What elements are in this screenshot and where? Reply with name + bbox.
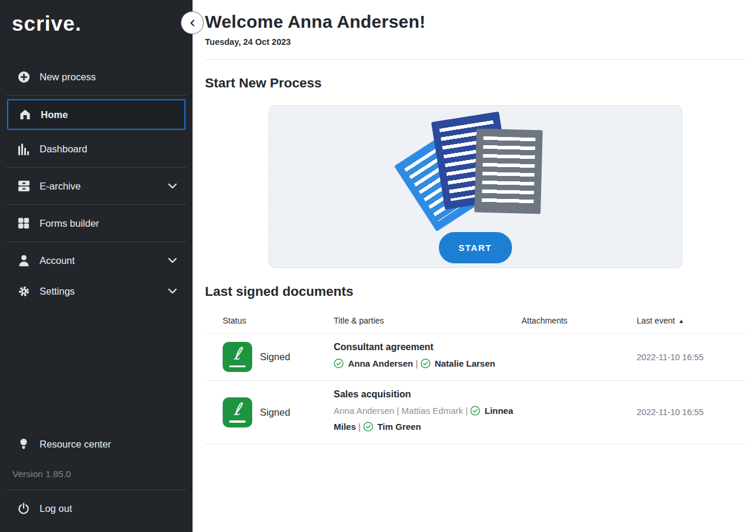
chevron-down-icon bbox=[168, 288, 177, 294]
party-name: Natalie Larsen bbox=[435, 358, 496, 368]
sidebar-bottom: Resource center Version 1.85.0 Log out bbox=[0, 429, 193, 532]
column-header-title-parties: Title & parties bbox=[334, 316, 522, 325]
gear-icon bbox=[17, 285, 31, 298]
document-title: Consultant agreement bbox=[334, 342, 516, 353]
main-content: Welcome Anna Andersen! Tuesday, 24 Oct 2… bbox=[193, 0, 756, 532]
chevron-left-icon bbox=[188, 19, 197, 27]
sidebar-divider bbox=[6, 95, 187, 96]
check-circle-icon bbox=[470, 406, 480, 419]
start-button[interactable]: START bbox=[439, 232, 512, 263]
start-process-section: Start New Process START bbox=[205, 76, 745, 268]
sidebar-item-forms-builder[interactable]: Forms builder bbox=[0, 208, 193, 239]
start-process-dropzone[interactable]: START bbox=[269, 105, 682, 268]
app-version: Version 1.85.0 bbox=[0, 459, 193, 487]
signed-status-icon: ℓ bbox=[223, 397, 252, 427]
title-parties-cell: Sales acquisition Anna Andersen | Mattia… bbox=[334, 389, 522, 435]
check-circle-icon bbox=[334, 358, 344, 372]
status-label: Signed bbox=[260, 351, 290, 363]
party-name: Mattias Edmark bbox=[402, 406, 463, 416]
column-header-status: Status bbox=[223, 316, 334, 325]
sidebar: scrive. New process Home Dashboard bbox=[0, 0, 193, 532]
check-circle-icon bbox=[363, 422, 373, 435]
sidebar-item-label: E-archive bbox=[40, 181, 168, 192]
sidebar-divider bbox=[6, 204, 187, 205]
sidebar-nav: New process Home Dashboard E-archive bbox=[0, 61, 193, 306]
sidebar-item-label: Log out bbox=[40, 503, 177, 514]
document-title: Sales acquisition bbox=[334, 389, 516, 400]
document-sheet-gray bbox=[474, 129, 543, 214]
table-header-row: Status Title & parties Attachments Last … bbox=[205, 316, 745, 334]
power-icon bbox=[17, 502, 31, 514]
status-cell: ℓ Signed bbox=[223, 397, 334, 427]
sidebar-item-label: Settings bbox=[40, 286, 168, 297]
status-label: Signed bbox=[260, 407, 290, 418]
sidebar-divider bbox=[6, 167, 187, 168]
last-signed-heading: Last signed documents bbox=[205, 284, 745, 299]
parties-list: Anna Andersen | Mattias Edmark | Linnea … bbox=[334, 404, 516, 435]
sidebar-item-label: New process bbox=[40, 71, 177, 83]
check-circle-icon bbox=[421, 358, 431, 372]
party-name: Anna Andersen bbox=[334, 406, 395, 416]
sidebar-item-logout[interactable]: Log out bbox=[0, 493, 193, 524]
sidebar-item-resource-center[interactable]: Resource center bbox=[0, 429, 193, 459]
home-icon bbox=[18, 109, 32, 120]
plus-circle-icon bbox=[17, 71, 31, 83]
sidebar-item-settings[interactable]: Settings bbox=[0, 276, 193, 306]
party-separator: | bbox=[416, 358, 418, 368]
last-event-date: 2022-11-10 16:55 bbox=[637, 407, 745, 417]
sidebar-item-label: Forms builder bbox=[40, 218, 177, 229]
signed-status-icon: ℓ bbox=[223, 342, 252, 372]
documents-illustration bbox=[406, 114, 545, 225]
parties-list: Anna Andersen | Natalie Larsen bbox=[334, 357, 516, 372]
sidebar-item-label: Dashboard bbox=[40, 143, 177, 155]
column-header-attachments: Attachments bbox=[522, 316, 637, 325]
sidebar-item-dashboard[interactable]: Dashboard bbox=[0, 133, 193, 164]
page-title: Welcome Anna Andersen! bbox=[205, 12, 745, 32]
party-separator: | bbox=[359, 422, 361, 432]
app-logo: scrive. bbox=[0, 0, 193, 35]
sidebar-item-account[interactable]: Account bbox=[0, 245, 193, 276]
archive-icon bbox=[17, 180, 31, 192]
documents-table: Status Title & parties Attachments Last … bbox=[205, 316, 745, 444]
start-section-heading: Start New Process bbox=[205, 76, 745, 91]
current-date: Tuesday, 24 Oct 2023 bbox=[205, 37, 745, 47]
party-separator: | bbox=[397, 406, 399, 416]
title-parties-cell: Consultant agreement Anna Andersen | Nat… bbox=[334, 342, 522, 372]
party-name: Anna Andersen bbox=[348, 358, 413, 368]
bar-chart-icon bbox=[17, 143, 31, 155]
sidebar-item-label: Resource center bbox=[40, 439, 177, 450]
sidebar-item-label: Home bbox=[41, 109, 176, 120]
sidebar-collapse-button[interactable] bbox=[181, 11, 204, 34]
lightbulb-icon bbox=[17, 438, 31, 450]
document-row[interactable]: ℓ Signed Consultant agreement Anna Ander… bbox=[205, 334, 745, 381]
last-event-date: 2022-11-10 16:55 bbox=[637, 353, 745, 362]
document-row[interactable]: ℓ Signed Sales acquisition Anna Andersen… bbox=[205, 381, 745, 444]
sidebar-item-e-archive[interactable]: E-archive bbox=[0, 171, 193, 201]
chevron-down-icon bbox=[168, 183, 177, 189]
column-header-last-event[interactable]: Last event ▲ bbox=[637, 316, 685, 325]
page-header: Welcome Anna Andersen! Tuesday, 24 Oct 2… bbox=[205, 0, 745, 60]
user-icon bbox=[17, 254, 31, 267]
sidebar-item-label: Account bbox=[40, 255, 168, 266]
sidebar-divider bbox=[6, 489, 187, 490]
sidebar-item-home[interactable]: Home bbox=[7, 99, 185, 130]
status-cell: ℓ Signed bbox=[223, 342, 334, 372]
grid-icon bbox=[17, 217, 31, 229]
party-separator: | bbox=[465, 406, 468, 416]
sidebar-divider bbox=[6, 241, 187, 242]
last-signed-section: Last signed documents Status Title & par… bbox=[205, 284, 745, 444]
sidebar-item-new-process[interactable]: New process bbox=[0, 61, 193, 92]
party-name: Tim Green bbox=[377, 422, 421, 432]
sort-ascending-icon: ▲ bbox=[679, 318, 685, 324]
chevron-down-icon bbox=[168, 257, 177, 263]
